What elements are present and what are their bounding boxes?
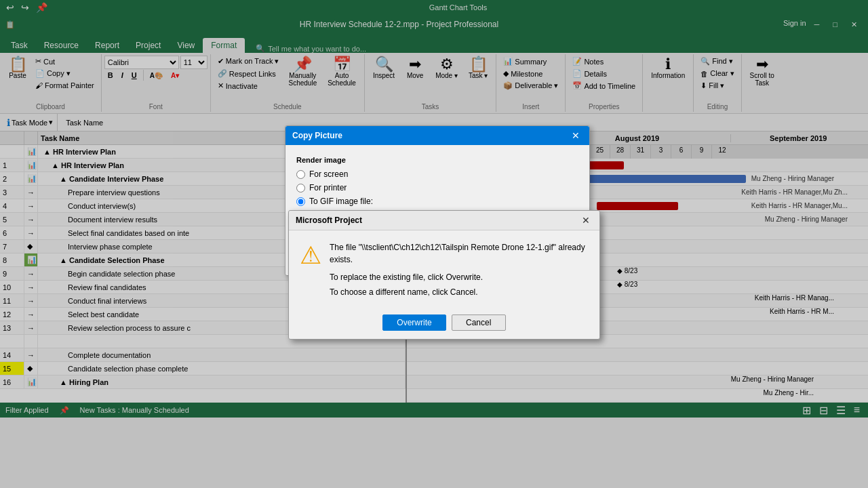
to-gif-label: To GIF image file: xyxy=(309,197,373,206)
alert-title-bar: Microsoft Project ✕ xyxy=(289,211,599,230)
radio-for-printer-input[interactable] xyxy=(296,184,305,192)
radio-to-gif-input[interactable] xyxy=(296,197,305,206)
alert-content: ⚠ The file "\\tsclient\C\ch12\ch12\Tails… xyxy=(289,230,599,309)
alert-message-2: To replace the existing file, click Over… xyxy=(330,271,589,283)
render-image-label: Render image xyxy=(296,156,578,164)
alert-text: The file "\\tsclient\C\ch12\ch12\Tailspi… xyxy=(330,241,589,298)
alert-footer: Overwrite Cancel xyxy=(289,309,599,339)
radio-to-gif[interactable]: To GIF image file: xyxy=(296,197,578,206)
alert-dialog: Microsoft Project ✕ ⚠ The file "\\tsclie… xyxy=(288,210,600,340)
copy-picture-title-bar: Copy Picture ✕ xyxy=(285,126,589,145)
radio-for-printer[interactable]: For printer xyxy=(296,183,578,192)
alert-message-1: The file "\\tsclient\C\ch12\ch12\Tailspi… xyxy=(330,241,589,266)
alert-title: Microsoft Project xyxy=(296,216,362,225)
radio-for-screen[interactable]: For screen xyxy=(296,169,578,179)
alert-message-3: To choose a different name, click Cancel… xyxy=(330,286,589,298)
render-radio-group: For screen For printer To GIF image file… xyxy=(296,169,578,206)
radio-for-screen-input[interactable] xyxy=(296,170,305,179)
alert-warning-icon: ⚠ xyxy=(300,241,321,298)
overwrite-button[interactable]: Overwrite xyxy=(382,314,446,331)
for-printer-label: For printer xyxy=(309,183,347,192)
copy-picture-close-button[interactable]: ✕ xyxy=(569,130,583,141)
copy-picture-title: Copy Picture xyxy=(292,131,342,140)
alert-cancel-button[interactable]: Cancel xyxy=(452,314,506,331)
for-screen-label: For screen xyxy=(309,169,348,179)
alert-close-button[interactable]: ✕ xyxy=(579,215,593,226)
